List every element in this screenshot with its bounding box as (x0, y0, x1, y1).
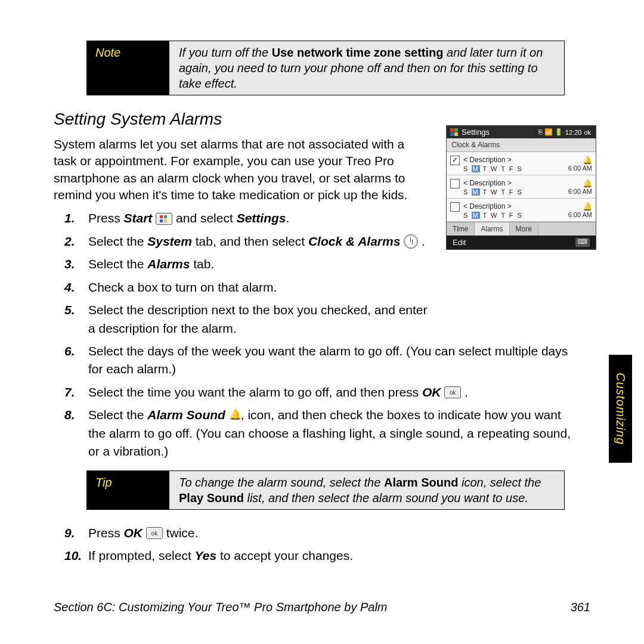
tab-time[interactable]: Time (447, 222, 475, 236)
page-number: 361 (571, 600, 590, 614)
shot-title: Settings (462, 128, 490, 137)
shot-subtitle: Clock & Alarms (447, 138, 596, 152)
shot-clock: 12:20 (565, 129, 582, 136)
bell-icon[interactable]: 🔔 (583, 202, 592, 211)
keyboard-icon[interactable]: ⌨ (575, 238, 590, 247)
device-screenshot: Settings ⎘ 📶 🔋 12:20 ok Clock & Alarms ✓… (446, 125, 596, 250)
start-flag-icon (450, 128, 459, 137)
menu-edit[interactable]: Edit (453, 238, 466, 247)
step-10: If prompted, select Yes to accept your c… (88, 547, 572, 565)
intro-paragraph: System alarms let you set alarms that ar… (54, 136, 429, 203)
page-footer: Section 6C: Customizing Your Treo™ Pro S… (54, 600, 590, 614)
alarm-desc[interactable]: < Description > (463, 156, 560, 164)
step-6: Select the days of the week you want the… (88, 342, 572, 379)
alarm-time[interactable]: 6:00 AM (568, 165, 592, 172)
step-5: Select the description next to the box y… (88, 301, 428, 338)
note-callout: Note If you turn off the Use network tim… (86, 41, 565, 95)
clock-alarms-icon (404, 234, 418, 249)
start-icon (156, 213, 172, 225)
alarm-desc[interactable]: < Description > (463, 179, 560, 187)
ok-key-icon-2 (146, 527, 163, 539)
tip-label: Tip (87, 471, 169, 509)
tab-more[interactable]: More (510, 222, 538, 236)
bell-icon[interactable]: 🔔 (583, 156, 592, 165)
step-2: Select the System tab, and then select C… (88, 233, 428, 250)
tab-alarms[interactable]: Alarms (475, 222, 509, 236)
alarm-time[interactable]: 6:00 AM (568, 188, 592, 195)
step-8: Select the Alarm Sound , icon, and then … (88, 406, 572, 460)
shot-ok[interactable]: ok (584, 129, 591, 136)
tip-callout: Tip To change the alarm sound, select th… (86, 470, 565, 510)
footer-section: Section 6C: Customizing Your Treo™ Pro S… (54, 600, 388, 614)
steps-list-cont: Press OK twice. If prompted, select Yes … (54, 524, 572, 565)
alarm-sound-icon (229, 410, 241, 422)
shot-tabs: Time Alarms More (447, 222, 596, 236)
alarm-days[interactable]: S M T W T F S (463, 165, 560, 172)
step-7: Select the time you want the alarm to go… (88, 383, 572, 401)
alarm-checkbox[interactable] (450, 179, 460, 188)
step-1: Press Start and select Settings. (88, 209, 428, 227)
alarm-days[interactable]: S M T W T F S (463, 188, 560, 196)
alarm-checkbox[interactable]: ✓ (450, 156, 460, 165)
status-icons: ⎘ 📶 🔋 (538, 128, 563, 136)
alarm-row[interactable]: < Description > S M T W T F S 🔔6:00 AM (447, 175, 596, 199)
step-9: Press OK twice. (88, 524, 572, 542)
ok-key-icon (444, 386, 461, 398)
note-body: If you turn off the Use network time zon… (169, 41, 564, 95)
tip-body: To change the alarm sound, select the Al… (169, 471, 564, 509)
alarm-time[interactable]: 6:00 AM (568, 211, 592, 218)
alarm-row[interactable]: < Description > S M T W T F S 🔔6:00 AM (447, 199, 596, 222)
shot-menubar: Edit ⌨ (447, 236, 596, 249)
note-label: Note (87, 41, 169, 95)
bell-icon[interactable]: 🔔 (583, 179, 592, 188)
step-4: Check a box to turn on that alarm. (88, 278, 428, 296)
chapter-side-tab: Customizing (609, 355, 632, 463)
alarm-checkbox[interactable] (450, 202, 460, 212)
step-3: Select the Alarms tab. (88, 255, 428, 273)
alarm-row[interactable]: ✓ < Description > S M T W T F S 🔔6:00 AM (447, 152, 596, 175)
alarm-days[interactable]: S M T W T F S (463, 212, 560, 219)
shot-titlebar: Settings ⎘ 📶 🔋 12:20 ok (447, 126, 596, 138)
alarm-desc[interactable]: < Description > (463, 202, 560, 210)
